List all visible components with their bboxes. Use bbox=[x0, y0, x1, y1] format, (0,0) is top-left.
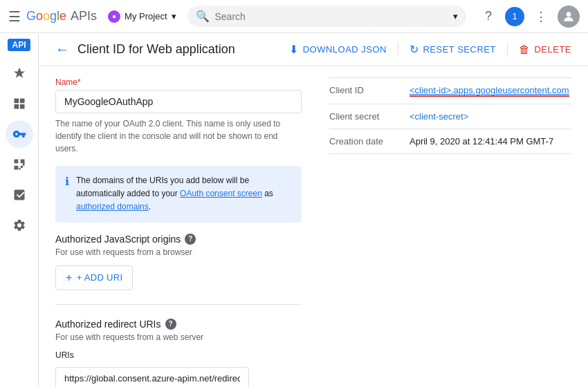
add-uri-button[interactable]: + + ADD URI bbox=[55, 265, 133, 290]
authorized-domains-link[interactable]: authorized domains bbox=[76, 202, 149, 211]
download-json-button[interactable]: ⬇ DOWNLOAD JSON bbox=[289, 43, 387, 56]
help-button[interactable]: ? bbox=[477, 6, 499, 28]
logo-text: Google bbox=[26, 9, 66, 23]
plus-icon: + bbox=[66, 272, 73, 284]
left-panel: Name* The name of your OAuth 2.0 client.… bbox=[55, 77, 302, 387]
redirect-uris-help-icon[interactable]: ? bbox=[165, 319, 176, 330]
client-details: Client ID <client-id>.apps.googleusercon… bbox=[329, 77, 571, 154]
redirect-uris-subtitle: For use with requests from a web server bbox=[55, 332, 302, 342]
notification-badge[interactable]: 1 bbox=[505, 7, 524, 26]
oauth-consent-link[interactable]: OAuth consent screen bbox=[180, 189, 262, 198]
reset-icon: ↻ bbox=[410, 43, 419, 56]
divider-2 bbox=[507, 43, 508, 57]
info-text: The domains of the URIs you add below wi… bbox=[76, 174, 292, 214]
name-field-group: Name* The name of your OAuth 2.0 client.… bbox=[55, 77, 302, 155]
divider bbox=[398, 43, 398, 57]
client-id-label: Client ID bbox=[329, 85, 398, 95]
svg-rect-2 bbox=[19, 99, 24, 104]
google-apis-logo: Google APIs bbox=[26, 9, 97, 23]
svg-point-0 bbox=[567, 12, 571, 17]
main-content: ← Client ID for Web application ⬇ DOWNLO… bbox=[39, 33, 588, 387]
creation-date-value: April 9, 2020 at 12:41:44 PM GMT-7 bbox=[410, 136, 553, 147]
sidebar: API bbox=[0, 33, 39, 387]
search-bar[interactable]: 🔍 ▾ bbox=[187, 6, 467, 27]
back-button[interactable]: ← bbox=[55, 41, 69, 57]
info-box: ℹ The domains of the URIs you add below … bbox=[55, 166, 302, 223]
svg-rect-4 bbox=[19, 104, 24, 109]
delete-button[interactable]: 🗑 DELETE bbox=[519, 44, 571, 56]
search-icon: 🔍 bbox=[196, 10, 210, 23]
sidebar-icon-tasks[interactable] bbox=[6, 181, 33, 209]
main-layout: API ← Client ID for Web application ⬇ bbox=[0, 33, 588, 387]
project-name: My Project bbox=[125, 11, 167, 21]
client-id-value[interactable]: <client-id>.apps.googleusercontent.com bbox=[410, 85, 569, 97]
redirect-uris-title: Authorized redirect URIs ? bbox=[55, 319, 302, 330]
reset-secret-button[interactable]: ↻ RESET SECRET bbox=[410, 43, 496, 56]
download-icon: ⬇ bbox=[289, 43, 299, 56]
name-input[interactable] bbox=[55, 90, 302, 113]
sidebar-api-label[interactable]: API bbox=[8, 39, 30, 51]
header-actions: ⬇ DOWNLOAD JSON ↻ RESET SECRET 🗑 DELETE bbox=[289, 43, 571, 57]
page-title: Client ID for Web application bbox=[77, 42, 281, 57]
content-area: Name* The name of your OAuth 2.0 client.… bbox=[39, 66, 588, 387]
client-secret-label: Client secret bbox=[329, 111, 398, 122]
top-nav: ☰ Google APIs ● My Project ▾ 🔍 ▾ ? 1 ⋮ bbox=[0, 0, 588, 33]
hamburger-icon[interactable]: ☰ bbox=[8, 8, 21, 25]
info-icon: ℹ bbox=[65, 175, 69, 214]
delete-icon: 🗑 bbox=[519, 44, 531, 56]
js-origins-subtitle: For use with requests from a browser bbox=[55, 247, 302, 257]
creation-date-row: Creation date April 9, 2020 at 12:41:44 … bbox=[329, 129, 571, 154]
name-field-label: Name* bbox=[55, 77, 302, 87]
client-secret-value[interactable]: <client-secret> bbox=[410, 111, 468, 122]
sidebar-icon-marketplace[interactable] bbox=[6, 59, 33, 87]
sidebar-icon-credentials[interactable] bbox=[6, 120, 33, 148]
svg-rect-3 bbox=[14, 104, 19, 109]
sidebar-icon-dashboard[interactable] bbox=[6, 90, 33, 117]
project-dropdown-arrow: ▾ bbox=[172, 11, 176, 21]
client-secret-row: Client secret <client-secret> bbox=[329, 104, 571, 129]
sidebar-icon-endpoints[interactable] bbox=[6, 151, 33, 178]
page-header: ← Client ID for Web application ⬇ DOWNLO… bbox=[39, 33, 588, 66]
js-origins-title: Authorized JavaScript origins ? bbox=[55, 234, 302, 245]
redirect-uris-section: Authorized redirect URIs ? For use with … bbox=[55, 319, 302, 387]
creation-date-label: Creation date bbox=[329, 136, 398, 147]
js-origins-section: Authorized JavaScript origins ? For use … bbox=[55, 234, 302, 290]
search-dropdown-icon: ▾ bbox=[453, 11, 458, 21]
search-input[interactable] bbox=[215, 11, 448, 22]
more-menu-button[interactable]: ⋮ bbox=[530, 6, 552, 28]
user-avatar[interactable] bbox=[558, 6, 580, 28]
apis-label: APIs bbox=[71, 9, 97, 23]
right-panel: Client ID <client-id>.apps.googleusercon… bbox=[329, 77, 571, 387]
project-selector[interactable]: ● My Project ▾ bbox=[108, 10, 176, 23]
section-divider bbox=[55, 304, 302, 305]
uris-label: URIs bbox=[55, 350, 302, 360]
svg-rect-1 bbox=[14, 99, 19, 104]
js-origins-help-icon[interactable]: ? bbox=[185, 234, 196, 245]
uri-input[interactable] bbox=[55, 367, 249, 387]
project-icon: ● bbox=[108, 10, 120, 23]
name-field-help: The name of your OAuth 2.0 client. This … bbox=[55, 117, 302, 155]
sidebar-icon-settings[interactable] bbox=[6, 211, 33, 239]
nav-actions: ? 1 ⋮ bbox=[477, 6, 580, 28]
client-id-row: Client ID <client-id>.apps.googleusercon… bbox=[329, 77, 571, 104]
